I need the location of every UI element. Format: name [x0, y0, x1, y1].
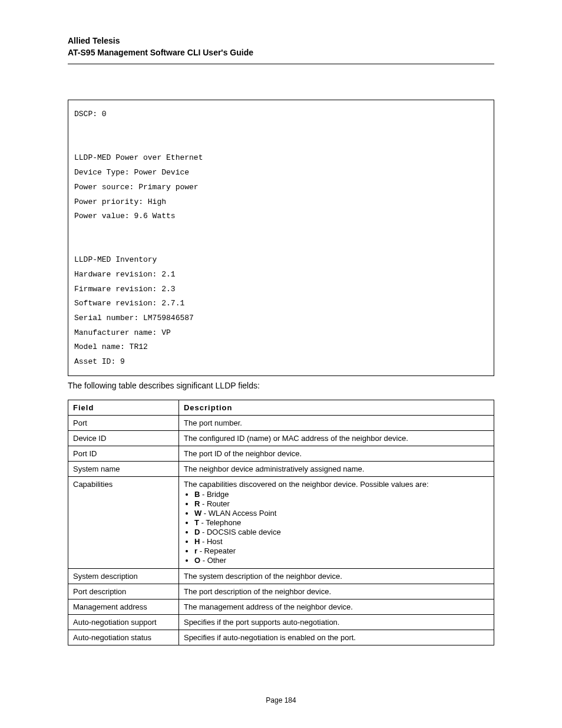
cell-desc: Specifies if auto-negotiation is enabled…	[178, 630, 494, 645]
cli-output-block: DSCP: 0 LLDP-MED Power over Ethernet Dev…	[68, 100, 494, 375]
code-asset: Asset ID: 9	[74, 357, 125, 366]
cell-desc: The port description of the neighbor dev…	[178, 584, 494, 599]
code-device-type: Device Type: Power Device	[74, 168, 189, 177]
cap-text: - Bridge	[200, 490, 229, 499]
code-inv-title: LLDP-MED Inventory	[74, 255, 157, 264]
cap-intro: The capabilities discovered on the neigh…	[184, 480, 429, 489]
list-item: H - Host	[194, 537, 489, 546]
list-item: r - Repeater	[194, 546, 489, 555]
cell-desc: The management address of the neighbor d…	[178, 599, 494, 614]
cap-code: O	[194, 556, 200, 565]
header-vendor: Allied Telesis	[68, 35, 494, 46]
cap-code: D	[194, 528, 200, 536]
code-dscp: DSCP: 0	[74, 110, 107, 118]
list-item: T - Telephone	[194, 518, 489, 527]
lldp-fields-table: Field Description Port The port number. …	[68, 400, 494, 645]
code-fw-rev: Firmware revision: 2.3	[74, 285, 176, 294]
cell-field: Port description	[68, 584, 179, 599]
list-item: R - Router	[194, 499, 489, 508]
table-row: Device ID The configured ID (name) or MA…	[68, 430, 494, 446]
table-row: System description The system descriptio…	[68, 568, 494, 584]
code-poe-title: LLDP-MED Power over Ethernet	[74, 153, 203, 162]
cap-text: - Repeater	[197, 546, 236, 555]
table-intro: The following table describes significan…	[68, 381, 494, 390]
cell-field: Port ID	[68, 446, 179, 461]
page-footer: Page 184	[0, 696, 562, 704]
cell-field: Auto-negotiation status	[68, 630, 179, 645]
cell-field: Auto-negotiation support	[68, 614, 179, 630]
table-row: Port ID The port ID of the neighbor devi…	[68, 446, 494, 461]
cell-desc-capabilities: The capabilities discovered on the neigh…	[178, 476, 494, 568]
cell-field: Capabilities	[68, 476, 179, 568]
cell-desc: The configured ID (name) or MAC address …	[178, 430, 494, 446]
list-item: D - DOCSIS cable device	[194, 528, 489, 536]
cap-text: - Other	[200, 556, 226, 565]
cell-desc: The neighbor device administratively ass…	[178, 461, 494, 476]
cap-code: R	[194, 499, 200, 508]
cap-code: B	[194, 490, 200, 499]
table-row: System name The neighbor device administ…	[68, 461, 494, 476]
cell-field: Device ID	[68, 430, 179, 446]
cap-code: H	[194, 537, 200, 546]
col-header-field: Field	[68, 400, 179, 415]
cap-text: - WLAN Access Point	[201, 509, 276, 518]
cell-field: Management address	[68, 599, 179, 614]
code-model: Model name: TR12	[74, 342, 148, 351]
header-rule	[68, 64, 494, 64]
table-row: Auto-negotiation support Specifies if th…	[68, 614, 494, 630]
cell-desc: Specifies if the port supports auto-nego…	[178, 614, 494, 630]
code-manufacturer: Manufacturer name: VP	[74, 328, 171, 337]
table-row: Capabilities The capabilities discovered…	[68, 476, 494, 568]
header-title: AT-S95 Management Software CLI User's Gu…	[68, 47, 494, 58]
cap-code: W	[194, 509, 201, 518]
code-sw-rev: Software revision: 2.7.1	[74, 299, 184, 308]
cell-desc: The port ID of the neighbor device.	[178, 446, 494, 461]
capabilities-list: B - Bridge R - Router W - WLAN Access Po…	[184, 490, 489, 565]
table-row: Auto-negotiation status Specifies if aut…	[68, 630, 494, 645]
cell-desc: The port number.	[178, 415, 494, 430]
code-power-value: Power value: 9.6 Watts	[74, 212, 176, 220]
code-power-source: Power source: Primary power	[74, 183, 199, 192]
col-header-description: Description	[178, 400, 494, 415]
page-header: Allied Telesis AT-S95 Management Softwar…	[68, 35, 494, 58]
list-item: O - Other	[194, 556, 489, 565]
list-item: W - WLAN Access Point	[194, 509, 489, 518]
cell-field: System name	[68, 461, 179, 476]
cell-field: System description	[68, 568, 179, 584]
code-hw-rev: Hardware revision: 2.1	[74, 270, 176, 279]
code-power-priority: Power priority: High	[74, 197, 166, 206]
document-page: Allied Telesis AT-S95 Management Softwar…	[0, 0, 562, 728]
cell-field: Port	[68, 415, 179, 430]
cap-text: - Router	[200, 499, 230, 508]
cap-code: T	[194, 518, 199, 527]
code-serial: Serial number: LM759846587	[74, 314, 194, 322]
table-row: Port The port number.	[68, 415, 494, 430]
cap-text: - Telephone	[199, 518, 241, 527]
cell-desc: The system description of the neighbor d…	[178, 568, 494, 584]
table-row: Management address The management addres…	[68, 599, 494, 614]
cap-text: - DOCSIS cable device	[200, 528, 280, 536]
table-header-row: Field Description	[68, 400, 494, 415]
table-row: Port description The port description of…	[68, 584, 494, 599]
list-item: B - Bridge	[194, 490, 489, 499]
cap-text: - Host	[200, 537, 222, 546]
